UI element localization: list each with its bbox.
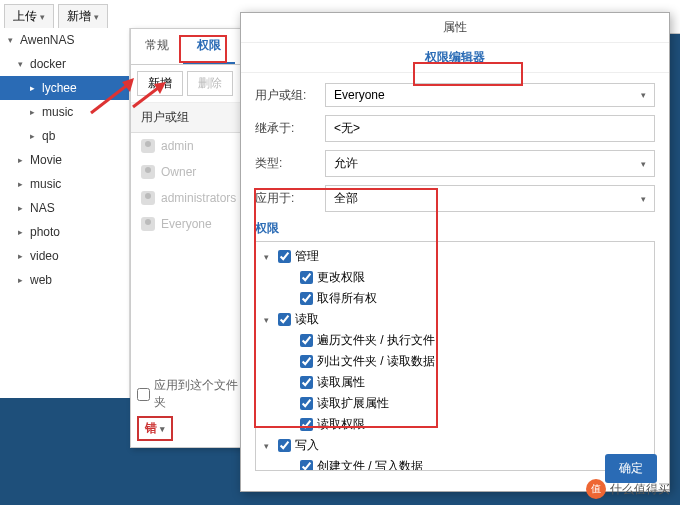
tree-nas[interactable]: ▸NAS [0,196,129,220]
type-label: 类型: [255,155,325,172]
inherit-label: 继承于: [255,120,325,137]
tree-photo[interactable]: ▸photo [0,220,129,244]
upload-button[interactable]: 上传▾ [4,4,54,29]
add-user-button[interactable]: 新增 [137,71,183,96]
user-icon [141,139,155,153]
chevron-down-icon: ▾ [641,90,646,100]
tree-web[interactable]: ▸web [0,268,129,292]
tree-movie[interactable]: ▸Movie [0,148,129,172]
chevron-down-icon: ▾ [40,12,45,22]
perm-read-attr[interactable]: 读取属性 [260,372,650,393]
perm-take-ownership[interactable]: 取得所有权 [260,288,650,309]
dialog-subtitle: 权限编辑器 [241,43,669,73]
chevron-down-icon: ▾ [641,159,646,169]
dialog-title: 属性 [241,13,669,43]
tab-general[interactable]: 常规 [131,29,183,64]
user-select[interactable]: Everyone▾ [325,83,655,107]
tree-music-sub[interactable]: ▸music [0,100,129,124]
tree-docker[interactable]: ▾docker [0,52,129,76]
perm-read-ext[interactable]: 读取扩展属性 [260,393,650,414]
perm-manage[interactable]: ▾管理 [260,246,650,267]
tree-lychee[interactable]: ▸lychee [0,76,129,100]
perm-read[interactable]: ▾读取 [260,309,650,330]
chevron-down-icon: ▾ [94,12,99,22]
watermark-badge: 值 [586,479,606,499]
perm-read-perm[interactable]: 读取权限 [260,414,650,435]
user-row[interactable]: administrators [131,185,249,211]
tree-qb[interactable]: ▸qb [0,124,129,148]
permission-editor-dialog: 属性 权限编辑器 用户或组:Everyone▾ 继承于:<无> 类型:允许▾ 应… [240,12,670,492]
user-row[interactable]: Everyone [131,211,249,237]
perm-list[interactable]: 列出文件夹 / 读取数据 [260,351,650,372]
perm-write[interactable]: ▾写入 [260,435,650,456]
user-row[interactable]: Owner [131,159,249,185]
permission-section-label: 权限 [255,220,655,237]
userlist-header: 用户或组 [131,103,249,133]
tree-root[interactable]: ▾AwenNAS [0,28,129,52]
perm-create-file[interactable]: 创建文件 / 写入数据 [260,456,650,471]
delete-user-button[interactable]: 删除 [187,71,233,96]
folder-tree: ▾AwenNAS ▾docker ▸lychee ▸music ▸qb ▸Mov… [0,28,130,398]
user-label: 用户或组: [255,87,325,104]
error-button[interactable]: 错▾ [137,416,173,441]
type-select[interactable]: 允许▾ [325,150,655,177]
user-row[interactable]: admin [131,133,249,159]
properties-panel: 常规 权限 新增 删除 用户或组 admin Owner administrat… [130,28,250,448]
watermark: 值 什么值得买 [586,479,670,499]
apply-folder-checkbox[interactable]: 应用到这个文件夹 [137,377,249,411]
tab-permission[interactable]: 权限 [183,29,235,64]
perm-traverse[interactable]: 遍历文件夹 / 执行文件 [260,330,650,351]
user-icon [141,217,155,231]
apply-select[interactable]: 全部▾ [325,185,655,212]
inherit-select[interactable]: <无> [325,115,655,142]
chevron-down-icon: ▾ [641,194,646,204]
perm-change-permission[interactable]: 更改权限 [260,267,650,288]
user-icon [141,165,155,179]
apply-label: 应用于: [255,190,325,207]
user-icon [141,191,155,205]
tree-video[interactable]: ▸video [0,244,129,268]
permission-tree: ▾管理 更改权限 取得所有权 ▾读取 遍历文件夹 / 执行文件 列出文件夹 / … [255,241,655,471]
create-button[interactable]: 新增▾ [58,4,108,29]
tree-music[interactable]: ▸music [0,172,129,196]
